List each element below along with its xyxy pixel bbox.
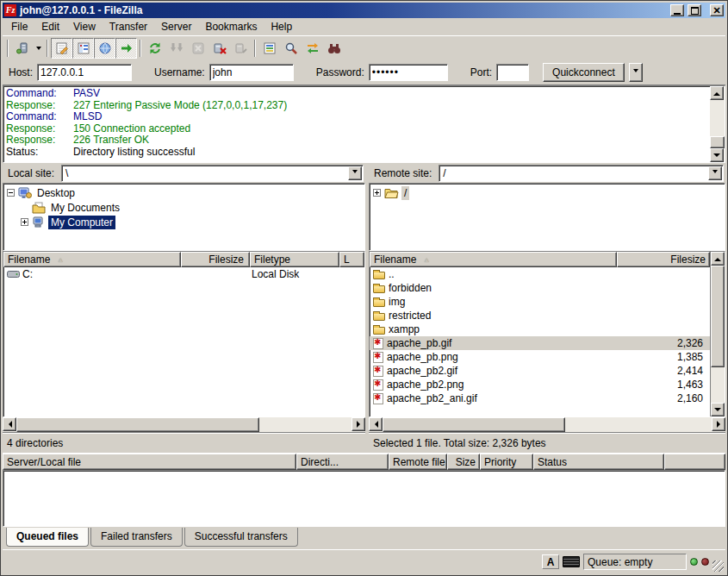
scroll-right-button[interactable] — [352, 417, 365, 431]
toggle-remote-tree-button[interactable] — [94, 38, 115, 59]
scroll-up-button[interactable] — [711, 252, 725, 266]
menu-item[interactable]: Help — [264, 19, 299, 34]
column-header-filename[interactable]: Filename▲ — [3, 252, 181, 267]
column-header-last-modified[interactable]: L — [339, 252, 364, 267]
menu-item[interactable]: Edit — [34, 19, 66, 34]
column-header-filetype[interactable]: Filetype — [250, 252, 339, 267]
quickconnect-dropdown[interactable] — [629, 63, 643, 82]
site-manager-button[interactable] — [11, 38, 33, 59]
file-search-button[interactable] — [280, 38, 302, 59]
reconnect-button[interactable] — [230, 38, 252, 59]
toolbar — [3, 35, 725, 59]
log-line: Command:MLSD — [6, 111, 708, 123]
data-type-icon[interactable]: A — [542, 554, 559, 569]
remote-file-row[interactable]: restricted — [370, 309, 710, 322]
sort-asc-icon: ▲ — [57, 256, 64, 264]
directory-comparison-button[interactable] — [323, 38, 345, 59]
remote-file-row[interactable]: apache_pb.gif 2,326 — [370, 336, 710, 350]
menu-item[interactable]: Bookmarks — [198, 19, 264, 34]
file-icon — [373, 299, 385, 307]
file-icon — [373, 338, 383, 349]
local-tree: Desktop My Documents My Computer — [3, 183, 365, 251]
scroll-thumb[interactable] — [16, 417, 259, 432]
local-hscrollbar[interactable] — [3, 417, 365, 432]
local-file-row[interactable]: C: Local Disk — [3, 267, 364, 281]
password-input[interactable] — [369, 64, 448, 81]
remote-site-combo[interactable]: / — [439, 165, 724, 182]
toggle-local-tree-button[interactable] — [72, 38, 94, 59]
host-input[interactable] — [37, 64, 132, 81]
sync-browsing-button[interactable] — [302, 38, 323, 59]
scroll-thumb[interactable] — [711, 266, 725, 367]
scroll-up-button[interactable] — [710, 86, 724, 100]
tree-item-my-documents[interactable]: My Documents — [5, 200, 364, 215]
remote-file-row[interactable]: forbidden — [370, 281, 710, 295]
tree-item-root[interactable]: / — [371, 185, 725, 200]
local-site-combo[interactable]: \ — [61, 165, 364, 182]
port-input[interactable] — [496, 64, 529, 81]
tree-item-my-computer[interactable]: My Computer — [5, 215, 364, 229]
disconnect-button[interactable] — [208, 38, 230, 59]
queue-tab[interactable]: Successful transfers — [184, 528, 298, 547]
username-input[interactable] — [209, 64, 294, 81]
column-header-priority[interactable]: Priority — [480, 454, 533, 470]
remote-file-row[interactable]: .. — [370, 267, 710, 281]
site-manager-dropdown[interactable] — [33, 38, 44, 59]
scroll-thumb[interactable] — [710, 136, 725, 148]
column-header-filesize[interactable]: Filesize — [617, 252, 710, 267]
queue-tab[interactable]: Queued files — [6, 528, 89, 547]
log-line: Response:227 Entering Passive Mode (127,… — [6, 100, 708, 112]
scroll-down-button[interactable] — [711, 403, 725, 416]
speed-limits-icon[interactable] — [563, 556, 580, 567]
resize-grip[interactable] — [712, 560, 724, 572]
remote-file-row[interactable]: apache_pb2.png 1,463 — [370, 378, 710, 391]
remote-site-dropdown[interactable] — [708, 166, 722, 180]
remote-list-rows: .. forbidden img — [370, 267, 710, 416]
menu-item[interactable]: Transfer — [103, 19, 154, 34]
cancel-button[interactable] — [187, 38, 208, 59]
file-icon — [373, 352, 383, 363]
local-site-dropdown[interactable] — [348, 166, 362, 180]
remote-vscrollbar[interactable] — [710, 252, 725, 416]
column-header-status[interactable]: Status — [533, 454, 664, 470]
menu-item[interactable]: View — [66, 19, 103, 34]
remote-hscrollbar[interactable] — [369, 417, 725, 432]
column-header-server-local-file[interactable]: Server/Local file — [3, 454, 296, 470]
scroll-left-button[interactable] — [3, 417, 16, 431]
remote-file-row[interactable]: apache_pb.png 1,385 — [370, 350, 710, 364]
collapse-icon[interactable] — [7, 189, 15, 197]
quickconnect-button[interactable]: Quickconnect — [543, 63, 625, 82]
refresh-button[interactable] — [144, 38, 165, 59]
column-header-remote-file[interactable]: Remote file — [389, 454, 447, 470]
remote-file-row[interactable]: img — [370, 295, 710, 309]
remote-file-row[interactable]: xampp — [370, 322, 710, 336]
app-icon[interactable]: Fz — [4, 4, 16, 16]
filter-button[interactable] — [258, 38, 280, 59]
toggle-log-button[interactable] — [51, 38, 72, 59]
queue-tab[interactable]: Failed transfers — [90, 528, 183, 547]
scroll-down-button[interactable] — [710, 148, 724, 162]
expand-icon[interactable] — [21, 218, 28, 226]
tree-item-desktop[interactable]: Desktop — [5, 185, 364, 200]
local-status-text: 4 directories — [3, 432, 365, 453]
column-header-direction[interactable]: Directi... — [296, 454, 389, 470]
remote-file-row[interactable]: apache_pb2.gif 2,414 — [370, 364, 710, 378]
scroll-right-button[interactable] — [712, 417, 725, 431]
queue-body[interactable] — [3, 470, 725, 527]
process-queue-button[interactable] — [165, 38, 187, 59]
close-button[interactable]: ✕ — [710, 4, 724, 16]
menu-item[interactable]: Server — [154, 19, 198, 34]
scroll-left-button[interactable] — [369, 417, 383, 431]
column-header-filesize[interactable]: Filesize — [181, 252, 250, 267]
column-header-size[interactable]: Size — [447, 454, 480, 470]
minimize-button[interactable] — [670, 4, 684, 16]
maximize-button[interactable] — [688, 4, 701, 16]
toggle-queue-button[interactable] — [115, 38, 137, 59]
remote-file-row[interactable]: apache_pb2_ani.gif 2,160 — [370, 391, 710, 405]
scroll-thumb[interactable] — [383, 417, 565, 432]
column-header-filename[interactable]: Filename▲ — [370, 252, 617, 267]
expand-icon[interactable] — [373, 189, 381, 197]
title-bar[interactable]: Fz john@127.0.0.1 - FileZilla ✕ — [3, 3, 725, 18]
log-scrollbar[interactable] — [710, 86, 725, 162]
menu-item[interactable]: File — [4, 19, 34, 34]
